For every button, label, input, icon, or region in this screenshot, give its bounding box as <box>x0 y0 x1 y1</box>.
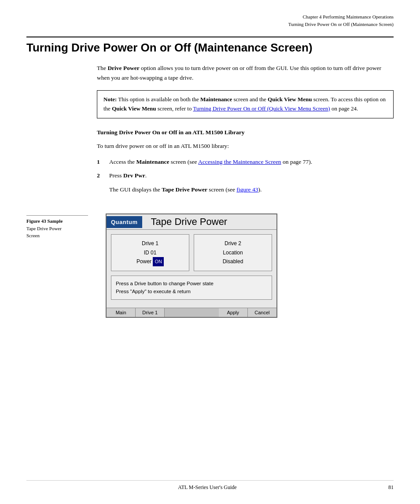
page-header: Chapter 4 Performing Maintenance Operati… <box>26 13 394 28</box>
btn-cancel[interactable]: Cancel <box>248 308 276 317</box>
figure-caption: Figure 43 Sample Tape Drive Power Screen <box>26 215 88 239</box>
drive1-id: ID 01 <box>116 248 184 257</box>
steps-list: 1 Access the Maintenance screen (see Acc… <box>97 157 394 180</box>
section-heading: Turning Drive Power On or Off in an ATL … <box>97 129 394 136</box>
figure-caption-line2: Tape Drive Power <box>26 225 88 232</box>
step2-followup-bold: Tape Drive Power <box>162 186 207 193</box>
note-label: Note: <box>103 96 117 103</box>
drive2-box: Drive 2 Location Disabled <box>194 234 272 271</box>
step1-after: on page 77). <box>281 158 312 165</box>
step2-bold: Drv Pwr <box>123 172 145 179</box>
screen-footer: Main Drive 1 Apply Cancel <box>107 308 276 317</box>
step-2-text: Press Drv Pwr. <box>109 171 394 180</box>
page-footer: ATL M-Series User's Guide 81 <box>26 480 394 491</box>
screen-header: Quantum Tape Drive Power <box>107 214 276 230</box>
intro-bold: Drive Power <box>107 65 139 71</box>
section-intro: To turn drive power on or off in an ATL … <box>97 141 394 151</box>
header-line2: Turning Drive Power On or Off (Maintenan… <box>26 21 394 28</box>
step1-middle: screen (see <box>169 158 198 165</box>
btn-apply[interactable]: Apply <box>219 308 248 317</box>
figure-label: Figure 43 Sample <box>26 218 63 224</box>
note-text-before: This option is available on both the <box>118 96 200 103</box>
drive1-name: Drive 1 <box>116 239 184 248</box>
instructions-box: Press a Drive button to change Power sta… <box>111 276 272 300</box>
drive1-power: Power ON <box>116 257 184 266</box>
page-container: Chapter 4 Performing Maintenance Operati… <box>0 0 420 504</box>
chapter-title-block: Turning Drive Power On or Off (Maintenan… <box>26 37 394 55</box>
intro-text-after: option allows you to turn drive power on… <box>97 65 381 81</box>
main-content: The Drive Power option allows you to tur… <box>97 63 394 200</box>
figure-caption-line3: Screen <box>26 232 88 239</box>
step2-before: Press <box>109 172 123 179</box>
step1-bold: Maintenance <box>136 158 169 165</box>
figure-caption-area: Figure 43 Sample Tape Drive Power Screen <box>26 213 97 317</box>
note-box: Note: This option is available on both t… <box>97 90 394 118</box>
screen-title: Tape Drive Power <box>142 214 236 229</box>
note-link-intro: screen, refer to <box>156 105 193 112</box>
instructions-line2: Press "Apply" to execute & return <box>116 287 267 295</box>
note-link[interactable]: Turning Drive Power On or Off (Quick Vie… <box>193 105 330 112</box>
note-text-page: on page 24. <box>330 105 358 112</box>
header-line1: Chapter 4 Performing Maintenance Operati… <box>26 13 394 21</box>
note-quickview-bold: Quick View Menu <box>268 96 312 103</box>
step-1-num: 1 <box>97 157 105 167</box>
step-1-text: Access the Maintenance screen (see Acces… <box>109 157 394 167</box>
footer-center: ATL M-Series User's Guide <box>178 484 236 491</box>
left-margin-top <box>26 63 97 200</box>
note-quickview-bold2: Quick View Menu <box>112 105 156 112</box>
intro-paragraph: The Drive Power option allows you to tur… <box>97 63 394 82</box>
step1-link[interactable]: Accessing the Maintenance Screen <box>198 158 281 165</box>
footer-spacer <box>165 308 218 317</box>
content-area: The Drive Power option allows you to tur… <box>26 63 394 200</box>
step-1: 1 Access the Maintenance screen (see Acc… <box>97 157 394 167</box>
step-2-num: 2 <box>97 171 105 180</box>
screen-body: Drive 1 ID 01 Power ON Drive 2 Location … <box>107 230 276 307</box>
footer-page: 81 <box>388 484 394 491</box>
btn-main[interactable]: Main <box>107 308 136 317</box>
note-text-middle: screen and the <box>232 96 268 103</box>
screen-brand: Quantum <box>107 216 142 228</box>
drives-row: Drive 1 ID 01 Power ON Drive 2 Location … <box>111 234 272 271</box>
btn-drive1[interactable]: Drive 1 <box>136 308 165 317</box>
step-2: 2 Press Drv Pwr. <box>97 171 394 180</box>
step2-followup-text: The GUI displays the <box>109 186 162 193</box>
chapter-title: Turning Drive Power On or Off (Maintenan… <box>26 41 394 55</box>
step1-before: Access the <box>109 158 136 165</box>
drive1-power-state[interactable]: ON <box>153 257 164 266</box>
drive2-status-line2: Disabled <box>199 257 267 266</box>
screen-mockup: Quantum Tape Drive Power Drive 1 ID 01 P… <box>106 213 277 317</box>
drive1-power-label: Power <box>136 258 153 265</box>
figure-caption-line1: Figure 43 Sample <box>26 217 88 225</box>
drive1-box: Drive 1 ID 01 Power ON <box>111 234 189 271</box>
drive2-status-line1: Location <box>199 248 267 257</box>
step2-after: . <box>145 172 147 179</box>
step2-followup: The GUI displays the Tape Drive Power sc… <box>97 185 394 195</box>
figure-area: Figure 43 Sample Tape Drive Power Screen… <box>26 213 394 317</box>
intro-text-before: The <box>97 65 107 71</box>
instructions-line1: Press a Drive button to change Power sta… <box>116 280 267 287</box>
step2-figure-link[interactable]: figure 43 <box>236 186 258 193</box>
note-maintenance-bold: Maintenance <box>200 96 232 103</box>
step2-close-text: ). <box>258 186 262 193</box>
step2-end-text: screen (see <box>207 186 236 193</box>
drive2-name: Drive 2 <box>199 239 267 248</box>
